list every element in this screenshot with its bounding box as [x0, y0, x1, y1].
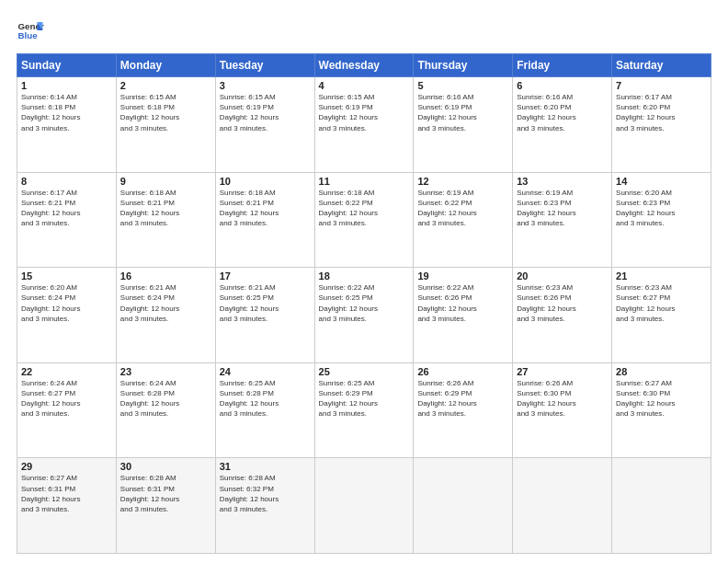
day-cell: 4 Sunrise: 6:15 AMSunset: 6:19 PMDayligh… — [314, 77, 414, 173]
day-info: Sunrise: 6:18 AMSunset: 6:22 PMDaylight:… — [319, 189, 378, 228]
day-info: Sunrise: 6:16 AMSunset: 6:20 PMDaylight:… — [517, 93, 575, 132]
day-cell: 31 Sunrise: 6:28 AMSunset: 6:32 PMDaylig… — [215, 458, 314, 554]
day-cell: 24 Sunrise: 6:25 AMSunset: 6:28 PMDaylig… — [215, 362, 314, 458]
week-row-1: 1 Sunrise: 6:14 AMSunset: 6:18 PMDayligh… — [17, 77, 711, 173]
day-number: 29 — [21, 461, 112, 472]
day-cell: 9 Sunrise: 6:18 AMSunset: 6:21 PMDayligh… — [116, 172, 215, 268]
day-cell: 6 Sunrise: 6:16 AMSunset: 6:20 PMDayligh… — [513, 77, 612, 173]
day-number: 1 — [21, 80, 112, 91]
calendar-header-row: SundayMondayTuesdayWednesdayThursdayFrid… — [17, 54, 711, 77]
day-info: Sunrise: 6:21 AMSunset: 6:25 PMDaylight:… — [220, 283, 279, 323]
day-cell — [513, 458, 612, 554]
day-info: Sunrise: 6:22 AMSunset: 6:26 PMDaylight:… — [417, 283, 476, 323]
day-cell — [314, 458, 414, 554]
day-cell: 7 Sunrise: 6:17 AMSunset: 6:20 PMDayligh… — [612, 77, 711, 173]
day-number: 20 — [517, 270, 608, 282]
header: General Blue — [17, 17, 711, 44]
week-row-5: 29 Sunrise: 6:27 AMSunset: 6:31 PMDaylig… — [17, 458, 711, 554]
day-info: Sunrise: 6:17 AMSunset: 6:20 PMDaylight:… — [616, 93, 675, 132]
week-row-4: 22 Sunrise: 6:24 AMSunset: 6:27 PMDaylig… — [17, 362, 711, 458]
day-cell — [414, 458, 513, 554]
day-number: 27 — [517, 366, 608, 377]
day-number: 25 — [319, 366, 410, 377]
day-cell: 21 Sunrise: 6:23 AMSunset: 6:27 PMDaylig… — [612, 268, 711, 363]
day-info: Sunrise: 6:22 AMSunset: 6:25 PMDaylight:… — [319, 283, 378, 323]
day-info: Sunrise: 6:18 AMSunset: 6:21 PMDaylight:… — [120, 189, 179, 228]
day-cell: 13 Sunrise: 6:19 AMSunset: 6:23 PMDaylig… — [513, 172, 612, 268]
calendar-table: SundayMondayTuesdayWednesdayThursdayFrid… — [17, 53, 711, 554]
day-cell: 14 Sunrise: 6:20 AMSunset: 6:23 PMDaylig… — [612, 172, 711, 268]
page: General Blue SundayMondayTuesdayWednesda… — [0, 0, 728, 563]
col-header-tuesday: Tuesday — [215, 54, 314, 77]
day-info: Sunrise: 6:20 AMSunset: 6:23 PMDaylight:… — [616, 189, 675, 228]
day-cell: 16 Sunrise: 6:21 AMSunset: 6:24 PMDaylig… — [116, 268, 215, 363]
day-cell: 25 Sunrise: 6:25 AMSunset: 6:29 PMDaylig… — [314, 362, 414, 458]
day-number: 28 — [616, 366, 707, 377]
day-number: 13 — [517, 176, 608, 187]
day-number: 2 — [120, 80, 211, 91]
day-cell: 27 Sunrise: 6:26 AMSunset: 6:30 PMDaylig… — [513, 362, 612, 458]
day-number: 19 — [417, 270, 508, 282]
week-row-2: 8 Sunrise: 6:17 AMSunset: 6:21 PMDayligh… — [17, 172, 711, 268]
day-info: Sunrise: 6:19 AMSunset: 6:22 PMDaylight:… — [417, 189, 476, 228]
day-number: 31 — [220, 461, 311, 472]
col-header-sunday: Sunday — [17, 54, 117, 77]
day-cell — [612, 458, 711, 554]
day-number: 10 — [220, 176, 311, 187]
day-info: Sunrise: 6:28 AMSunset: 6:32 PMDaylight:… — [220, 474, 279, 513]
day-cell: 18 Sunrise: 6:22 AMSunset: 6:25 PMDaylig… — [314, 268, 414, 363]
day-number: 14 — [616, 176, 707, 187]
day-number: 11 — [319, 176, 410, 187]
day-cell: 2 Sunrise: 6:15 AMSunset: 6:18 PMDayligh… — [116, 77, 215, 173]
day-cell: 17 Sunrise: 6:21 AMSunset: 6:25 PMDaylig… — [215, 268, 314, 363]
day-info: Sunrise: 6:27 AMSunset: 6:31 PMDaylight:… — [21, 474, 80, 513]
svg-text:Blue: Blue — [18, 30, 39, 40]
day-number: 24 — [220, 366, 311, 377]
day-cell: 22 Sunrise: 6:24 AMSunset: 6:27 PMDaylig… — [17, 362, 117, 458]
day-cell: 8 Sunrise: 6:17 AMSunset: 6:21 PMDayligh… — [17, 172, 117, 268]
day-info: Sunrise: 6:25 AMSunset: 6:29 PMDaylight:… — [319, 379, 378, 419]
day-number: 23 — [120, 366, 211, 377]
day-cell: 28 Sunrise: 6:27 AMSunset: 6:30 PMDaylig… — [612, 362, 711, 458]
day-number: 4 — [319, 80, 410, 91]
day-info: Sunrise: 6:24 AMSunset: 6:27 PMDaylight:… — [21, 379, 80, 419]
week-row-3: 15 Sunrise: 6:20 AMSunset: 6:24 PMDaylig… — [17, 268, 711, 363]
col-header-saturday: Saturday — [612, 54, 711, 77]
day-cell: 19 Sunrise: 6:22 AMSunset: 6:26 PMDaylig… — [414, 268, 513, 363]
day-info: Sunrise: 6:23 AMSunset: 6:26 PMDaylight:… — [517, 283, 575, 323]
day-number: 7 — [616, 80, 707, 91]
day-cell: 26 Sunrise: 6:26 AMSunset: 6:29 PMDaylig… — [414, 362, 513, 458]
day-info: Sunrise: 6:16 AMSunset: 6:19 PMDaylight:… — [417, 93, 476, 132]
day-info: Sunrise: 6:20 AMSunset: 6:24 PMDaylight:… — [21, 283, 80, 323]
day-info: Sunrise: 6:24 AMSunset: 6:28 PMDaylight:… — [120, 379, 179, 419]
col-header-monday: Monday — [116, 54, 215, 77]
day-number: 12 — [417, 176, 508, 187]
day-cell: 5 Sunrise: 6:16 AMSunset: 6:19 PMDayligh… — [414, 77, 513, 173]
day-number: 26 — [417, 366, 508, 377]
day-info: Sunrise: 6:26 AMSunset: 6:30 PMDaylight:… — [517, 379, 575, 419]
day-info: Sunrise: 6:15 AMSunset: 6:19 PMDaylight:… — [220, 93, 279, 132]
day-info: Sunrise: 6:15 AMSunset: 6:19 PMDaylight:… — [319, 93, 378, 132]
logo: General Blue — [17, 17, 44, 44]
day-number: 18 — [319, 270, 410, 282]
day-number: 21 — [616, 270, 707, 282]
generalblue-logo-icon: General Blue — [17, 17, 44, 44]
day-cell: 11 Sunrise: 6:18 AMSunset: 6:22 PMDaylig… — [314, 172, 414, 268]
day-cell: 29 Sunrise: 6:27 AMSunset: 6:31 PMDaylig… — [17, 458, 117, 554]
day-info: Sunrise: 6:25 AMSunset: 6:28 PMDaylight:… — [220, 379, 279, 419]
day-info: Sunrise: 6:18 AMSunset: 6:21 PMDaylight:… — [220, 189, 279, 228]
day-info: Sunrise: 6:14 AMSunset: 6:18 PMDaylight:… — [21, 93, 80, 132]
day-number: 17 — [220, 270, 311, 282]
day-info: Sunrise: 6:26 AMSunset: 6:29 PMDaylight:… — [417, 379, 476, 419]
col-header-thursday: Thursday — [414, 54, 513, 77]
day-number: 9 — [120, 176, 211, 187]
day-cell: 15 Sunrise: 6:20 AMSunset: 6:24 PMDaylig… — [17, 268, 117, 363]
day-info: Sunrise: 6:19 AMSunset: 6:23 PMDaylight:… — [517, 189, 575, 228]
day-number: 8 — [21, 176, 112, 187]
day-number: 16 — [120, 270, 211, 282]
col-header-friday: Friday — [513, 54, 612, 77]
day-cell: 30 Sunrise: 6:28 AMSunset: 6:31 PMDaylig… — [116, 458, 215, 554]
day-number: 22 — [21, 366, 112, 377]
day-number: 30 — [120, 461, 211, 472]
day-number: 6 — [517, 80, 608, 91]
